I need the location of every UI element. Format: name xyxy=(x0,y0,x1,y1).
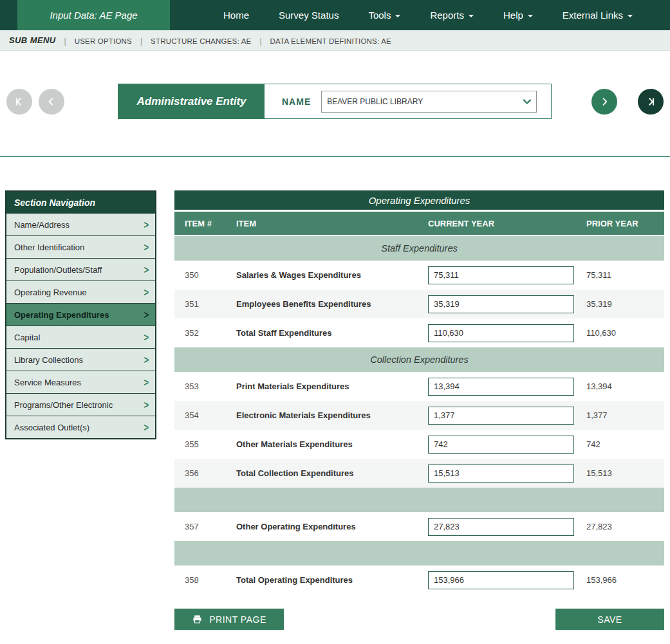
nav-item-reports[interactable]: Reports xyxy=(415,10,489,21)
column-header-item: ITEM # xyxy=(185,219,236,228)
chevron-right-icon: > xyxy=(144,241,149,253)
current-year-cell xyxy=(428,266,586,284)
current-year-cell xyxy=(428,436,586,454)
current-year-cell xyxy=(428,324,586,342)
nav-item-help[interactable]: Help xyxy=(489,10,548,21)
table-column-header: ITEM #ITEMCURRENT YEARPRIOR YEAR xyxy=(174,212,664,236)
sidebar-item-label: Name/Address xyxy=(14,220,70,230)
prior-year-value: 35,319 xyxy=(586,299,664,309)
current-year-input[interactable] xyxy=(428,378,574,396)
item-label: Employees Benefits Expenditures xyxy=(236,299,428,309)
chevron-right-icon: > xyxy=(144,309,149,320)
prior-year-value: 742 xyxy=(586,439,664,449)
chevron-right-icon: > xyxy=(144,421,149,433)
table-row: 350Salaries & Wages Expenditures75,311 xyxy=(174,261,664,290)
current-year-cell xyxy=(428,295,586,313)
chevron-right-icon: > xyxy=(144,286,149,298)
print-page-button[interactable]: PRINT PAGE xyxy=(174,609,284,630)
prior-year-value: 153,966 xyxy=(586,575,664,585)
submenu-item-data-element-definitions-ae[interactable]: DATA ELEMENT DEFINITIONS: AE xyxy=(270,37,391,45)
sidebar-item-label: Service Measures xyxy=(14,378,81,387)
top-nav-bar: Input Data: AE Page HomeSurvey StatusToo… xyxy=(0,0,670,30)
table-row: 351Employees Benefits Expenditures35,319 xyxy=(174,290,664,318)
current-year-input[interactable] xyxy=(428,295,574,313)
nav-item-home[interactable]: Home xyxy=(209,10,264,21)
submenu-item-user-options[interactable]: USER OPTIONS xyxy=(75,37,132,45)
last-page-button[interactable] xyxy=(638,89,664,115)
submenu-item-structure-changes-ae[interactable]: STRUCTURE CHANGES: AE xyxy=(151,37,251,45)
table-row: 358Total Operating Expenditures153,966 xyxy=(174,566,664,594)
sidebar-item-label: Capital xyxy=(14,333,40,342)
entity-type-label: Administrative Entity xyxy=(118,84,265,118)
chevron-right-icon: > xyxy=(144,219,149,230)
nav-item-survey-status[interactable]: Survey Status xyxy=(264,10,353,21)
table-section-header: Collection Expenditures xyxy=(174,347,664,372)
sidebar-item-label: Other Identification xyxy=(14,243,84,252)
print-page-label: PRINT PAGE xyxy=(209,614,266,625)
chevron-right-icon: > xyxy=(144,331,149,343)
prior-year-value: 27,823 xyxy=(586,522,664,531)
table-row: 353Print Materials Expenditures13,394 xyxy=(174,372,664,401)
current-year-input[interactable] xyxy=(428,571,574,589)
sidebar-item-service-measures[interactable]: Service Measures> xyxy=(6,371,155,393)
submenu-title: SUB MENU xyxy=(9,35,56,45)
chevron-down-icon xyxy=(628,15,633,17)
sidebar-item-label: Operating Revenue xyxy=(14,288,87,297)
current-year-cell xyxy=(428,465,586,483)
current-year-input[interactable] xyxy=(428,518,574,536)
first-page-button[interactable] xyxy=(6,89,32,115)
nav-item-external-links[interactable]: External Links xyxy=(548,10,647,21)
main-content: Section Navigation Name/Address>Other Id… xyxy=(0,157,670,630)
table-body: Staff Expenditures350Salaries & Wages Ex… xyxy=(174,236,664,594)
first-page-icon xyxy=(14,96,25,107)
previous-button[interactable] xyxy=(39,89,64,115)
current-year-input[interactable] xyxy=(428,324,574,342)
chevron-right-icon: > xyxy=(144,399,149,410)
entity-name-select[interactable]: BEAVER PUBLIC LIBRARY xyxy=(321,91,537,113)
item-label: Total Collection Expenditures xyxy=(236,468,428,478)
chevron-right-icon: > xyxy=(144,354,149,365)
chevron-right-icon: > xyxy=(144,376,149,388)
save-button[interactable]: SAVE xyxy=(555,609,664,630)
submenu-separator: | xyxy=(259,37,261,46)
sidebar-item-name-address[interactable]: Name/Address> xyxy=(6,213,155,235)
printer-icon xyxy=(192,614,203,625)
sidebar-item-other-identification[interactable]: Other Identification> xyxy=(6,235,155,258)
item-number: 353 xyxy=(185,382,236,391)
chevron-down-icon xyxy=(395,15,400,17)
prior-year-value: 110,630 xyxy=(586,328,664,338)
item-number: 355 xyxy=(185,439,236,449)
current-year-input[interactable] xyxy=(428,407,574,425)
prior-year-value: 13,394 xyxy=(586,382,664,391)
sidebar-item-operating-revenue[interactable]: Operating Revenue> xyxy=(6,281,155,303)
sidebar-item-label: Library Collections xyxy=(14,355,83,365)
item-label: Total Staff Expenditures xyxy=(236,328,428,338)
sidebar-item-operating-expenditures[interactable]: Operating Expenditures> xyxy=(6,303,155,326)
current-year-cell xyxy=(428,518,586,536)
sidebar-item-library-collections[interactable]: Library Collections> xyxy=(6,348,155,371)
sidebar-item-programs-other-electronic[interactable]: Programs/Other Electronic> xyxy=(6,393,155,416)
action-buttons-row: PRINT PAGE SAVE xyxy=(174,609,664,630)
table-section-header xyxy=(174,541,664,566)
sidebar-item-capital[interactable]: Capital> xyxy=(6,326,155,348)
submenu-items: |USER OPTIONS|STRUCTURE CHANGES: AE|DATA… xyxy=(56,35,391,46)
column-header-item: ITEM xyxy=(236,219,428,228)
prior-year-value: 75,311 xyxy=(586,270,664,280)
main-nav: HomeSurvey StatusToolsReportsHelpExterna… xyxy=(209,0,647,30)
prior-year-value: 1,377 xyxy=(586,410,664,420)
section-navigation-title: Section Navigation xyxy=(6,192,155,213)
sidebar-item-population-outlets-staff[interactable]: Population/Outlets/Staff> xyxy=(6,258,155,281)
section-navigation: Section Navigation Name/Address>Other Id… xyxy=(5,190,156,439)
item-label: Total Operating Expenditures xyxy=(236,575,428,585)
sidebar-item-associated-outlet-s[interactable]: Associated Outlet(s)> xyxy=(6,416,155,438)
current-year-input[interactable] xyxy=(428,465,574,483)
current-year-cell xyxy=(428,407,586,425)
next-button[interactable] xyxy=(591,89,617,115)
entity-selector-row: Administrative Entity NAME BEAVER PUBLIC… xyxy=(0,84,670,119)
nav-item-tools[interactable]: Tools xyxy=(353,10,415,21)
current-year-input[interactable] xyxy=(428,436,574,454)
current-year-cell xyxy=(428,571,586,589)
sidebar-item-label: Operating Expenditures xyxy=(14,310,109,320)
current-year-input[interactable] xyxy=(428,266,574,284)
entity-name-select-wrap: BEAVER PUBLIC LIBRARY xyxy=(321,91,537,113)
